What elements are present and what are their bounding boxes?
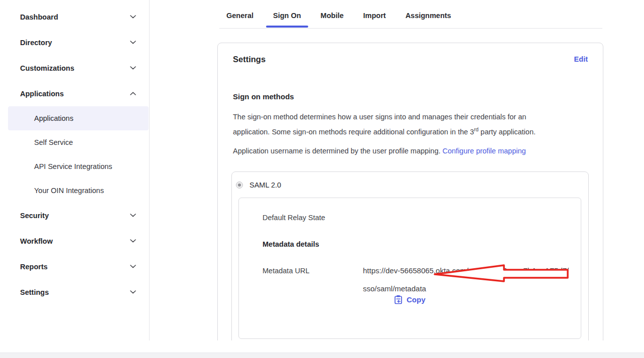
chevron-up-icon xyxy=(130,92,136,95)
default-relay-state-label: Default Relay State xyxy=(263,214,571,222)
metadata-details-heading: Metadata details xyxy=(263,240,571,249)
tab-general[interactable]: General xyxy=(219,11,261,28)
sidebar-item-customizations[interactable]: Customizations xyxy=(0,55,149,81)
red-arrow-annotation xyxy=(432,262,571,285)
chevron-down-icon xyxy=(130,214,136,217)
sign-on-methods-heading: Sign on methods xyxy=(233,92,588,101)
bottom-strip xyxy=(0,352,644,358)
sidebar-item-label: Directory xyxy=(20,39,52,47)
sidebar-item-label: Your OIN Integrations xyxy=(34,187,104,195)
tab-bar: General Sign On Mobile Import Assignment… xyxy=(219,0,602,29)
sidebar-item-label: Settings xyxy=(20,288,49,296)
chevron-down-icon xyxy=(130,265,136,268)
sidebar-item-dashboard[interactable]: Dashboard xyxy=(0,4,149,30)
sidebar-item-directory[interactable]: Directory xyxy=(0,30,149,55)
sidebar-item-label: Self Service xyxy=(34,138,73,146)
sidebar-item-your-oin-integrations[interactable]: Your OIN Integrations xyxy=(8,178,149,203)
tab-sign-on[interactable]: Sign On xyxy=(266,11,308,28)
settings-card-header: Settings Edit xyxy=(233,54,588,64)
sidebar-item-label: Applications xyxy=(20,90,64,98)
chevron-down-icon xyxy=(130,290,136,294)
tab-mobile[interactable]: Mobile xyxy=(314,11,351,28)
saml-radio-row: SAML 2.0 xyxy=(236,181,588,190)
chevron-down-icon xyxy=(130,239,136,243)
saml-box: SAML 2.0 Default Relay State Metadata de… xyxy=(231,171,589,340)
saml-radio-button[interactable] xyxy=(236,182,243,189)
sidebar-item-label: Reports xyxy=(20,263,48,271)
sidebar-item-workflow[interactable]: Workflow xyxy=(0,228,149,254)
saml-radio-label: SAML 2.0 xyxy=(249,181,281,189)
clipboard-copy-icon xyxy=(394,295,403,304)
sidebar-item-applications-sub[interactable]: Applications xyxy=(8,106,149,130)
metadata-url-label: Metadata URL xyxy=(263,262,363,298)
sidebar-item-reports[interactable]: Reports xyxy=(0,254,149,279)
profile-mapping-text: Application username is determined by th… xyxy=(233,144,588,157)
sidebar-item-label: API Service Integrations xyxy=(34,162,112,170)
configure-profile-mapping-link[interactable]: Configure profile mapping xyxy=(443,147,526,155)
sign-on-description: The sign-on method determines how a user… xyxy=(233,110,560,138)
chevron-down-icon xyxy=(130,41,136,44)
copy-button-label: Copy xyxy=(407,295,426,304)
sidebar-item-label: Security xyxy=(20,212,49,220)
page-title: Settings xyxy=(233,54,266,64)
sidebar-item-api-service-integrations[interactable]: API Service Integrations xyxy=(8,154,149,178)
radio-dot xyxy=(238,184,241,187)
tab-assignments[interactable]: Assignments xyxy=(399,11,458,28)
sidebar-item-applications[interactable]: Applications xyxy=(0,81,149,106)
sidebar-item-label: Workflow xyxy=(20,237,53,245)
sidebar-item-label: Dashboard xyxy=(20,13,58,21)
tab-import[interactable]: Import xyxy=(356,11,393,28)
sidebar-item-self-service[interactable]: Self Service xyxy=(8,130,149,154)
chevron-down-icon xyxy=(130,66,136,70)
sidebar-item-label: Customizations xyxy=(20,64,74,72)
edit-link[interactable]: Edit xyxy=(574,54,588,64)
chevron-down-icon xyxy=(130,15,136,19)
sidebar-item-security[interactable]: Security xyxy=(0,203,149,228)
page: Dashboard Directory Customizations Appli… xyxy=(0,0,644,340)
sidebar-item-label: Applications xyxy=(34,114,73,122)
sidebar-item-settings[interactable]: Settings xyxy=(0,279,149,305)
sidebar: Dashboard Directory Customizations Appli… xyxy=(0,0,150,340)
settings-card: Settings Edit Sign on methods The sign-o… xyxy=(217,43,603,340)
